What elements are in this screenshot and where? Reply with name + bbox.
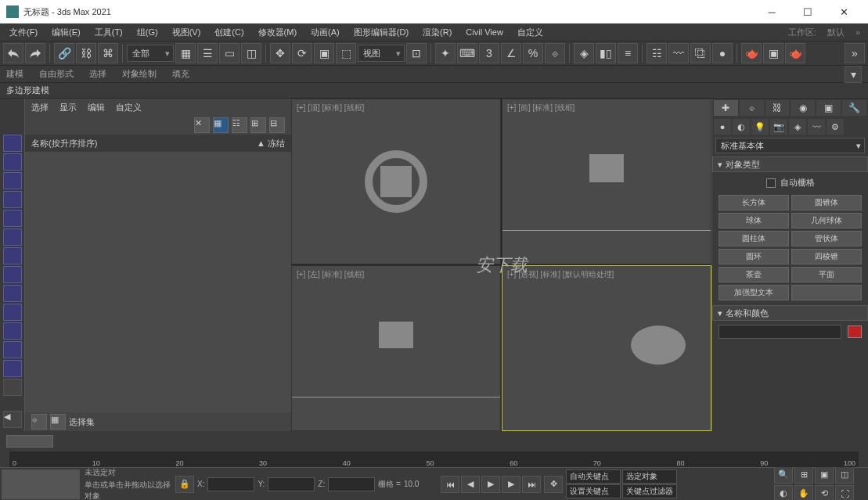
select-object-button[interactable]: ▦ — [175, 43, 196, 63]
torus-button[interactable]: 圆环 — [719, 249, 789, 264]
close-button[interactable]: ✕ — [826, 0, 862, 23]
primitive-dropdown[interactable]: 标准基本体 — [715, 138, 865, 153]
coord-system[interactable]: 视图 — [358, 45, 405, 62]
box-button[interactable]: 长方体 — [719, 195, 789, 210]
left-tool-8[interactable] — [3, 266, 22, 283]
maxscript-mini[interactable] — [2, 469, 80, 499]
use-center-button[interactable]: ⊡ — [406, 43, 427, 63]
workspace-selector[interactable]: 默认 — [823, 27, 849, 38]
left-tool-12[interactable] — [3, 341, 22, 358]
scene-tab-edit[interactable]: 编辑 — [88, 102, 105, 113]
menu-graph[interactable]: 图形编辑器(D) — [348, 25, 415, 40]
y-coord-input[interactable] — [268, 477, 315, 491]
scene-bottom-tool-1[interactable]: ⟐ — [31, 414, 47, 430]
display-tab[interactable]: ▣ — [816, 100, 841, 116]
next-frame-button[interactable]: ▶ — [502, 476, 520, 493]
x-coord-input[interactable] — [207, 477, 254, 491]
left-tool-6[interactable] — [3, 228, 22, 246]
ribbon-toggle-icon[interactable]: ▾ — [845, 66, 862, 83]
menu-modifiers[interactable]: 修改器(M) — [252, 25, 304, 40]
menu-custom[interactable]: 自定义 — [511, 25, 549, 40]
geosphere-button[interactable]: 几何球体 — [791, 213, 862, 228]
window-crossing-button[interactable]: ◫ — [241, 43, 261, 63]
scene-tab-select[interactable]: 选择 — [31, 102, 49, 113]
left-tool-2[interactable] — [3, 153, 22, 171]
left-tool-1[interactable] — [3, 135, 22, 152]
scene-tool-4[interactable]: ⊞ — [250, 117, 266, 133]
unlink-button[interactable]: ⛓ — [76, 43, 96, 63]
sphere-button[interactable]: 球体 — [719, 213, 789, 228]
scene-tool-2[interactable]: ▦ — [213, 117, 229, 133]
scale-button[interactable]: ▣ — [314, 43, 334, 63]
motion-tab[interactable]: ◉ — [791, 100, 815, 116]
menu-group[interactable]: 组(G) — [131, 25, 164, 40]
ribbon-tab-freeform[interactable]: 自由形式 — [39, 68, 74, 80]
viewport-front-label[interactable]: [+] [前] [标准] [线框] — [507, 103, 574, 113]
bind-button[interactable]: ⌘ — [98, 43, 118, 63]
scene-tool-3[interactable]: ☷ — [232, 117, 247, 133]
cameras-icon[interactable]: 📷 — [770, 119, 787, 135]
menu-file[interactable]: 文件(F) — [3, 25, 44, 40]
menu-overflow-icon[interactable]: » — [851, 27, 865, 37]
snap-toggle-button[interactable]: 3 — [479, 43, 499, 63]
curve-editor-button[interactable]: 〰 — [668, 43, 689, 63]
fov-button[interactable]: ◐ — [774, 485, 793, 501]
selection-filter[interactable]: 全部 — [127, 45, 174, 62]
goto-start-button[interactable]: ⏮ — [441, 476, 459, 493]
hierarchy-tab[interactable]: ⛓ — [765, 100, 790, 116]
menu-civil[interactable]: Civil View — [459, 26, 509, 38]
rollout-object-type[interactable]: 对象类型 — [712, 156, 868, 172]
ribbon-tab-populate[interactable]: 填充 — [172, 68, 189, 80]
helpers-icon[interactable]: ◈ — [789, 119, 806, 135]
cylinder-button[interactable]: 圆柱体 — [719, 231, 789, 246]
scene-tab-display[interactable]: 显示 — [59, 102, 77, 113]
manipulate-button[interactable]: ✦ — [435, 43, 456, 63]
layer-button[interactable]: ☷ — [646, 43, 667, 63]
viewport-left[interactable]: [+] [左] [标准] [线框] — [291, 265, 501, 431]
create-tab[interactable]: ✚ — [714, 100, 738, 116]
left-tool-collapse[interactable]: ◀ — [3, 411, 22, 428]
keyboard-button[interactable]: ⌨ — [457, 43, 477, 63]
utilities-tab[interactable]: 🔧 — [842, 100, 866, 116]
scene-bottom-tool-2[interactable]: ▦ — [50, 414, 66, 430]
angle-snap-button[interactable]: ∠ — [501, 43, 521, 63]
cone-button[interactable]: 圆锥体 — [791, 195, 862, 210]
minimize-button[interactable]: ─ — [754, 0, 790, 23]
systems-icon[interactable]: ⚙ — [827, 119, 844, 135]
autokey-button[interactable]: 自动关键点 — [566, 469, 621, 484]
spinner-snap-button[interactable]: ⟐ — [545, 43, 565, 63]
tube-button[interactable]: 管状体 — [791, 231, 862, 246]
rotate-button[interactable]: ⟳ — [292, 43, 312, 63]
ribbon-tab-selection[interactable]: 选择 — [89, 68, 106, 80]
viewport-front[interactable]: [+] [前] [标准] [线框] — [502, 99, 711, 264]
left-tool-4[interactable] — [3, 191, 22, 208]
ribbon-tab-paint[interactable]: 对象绘制 — [122, 68, 157, 80]
lock-selection-icon[interactable]: 🔒 — [175, 476, 194, 493]
align-button[interactable]: ≡ — [618, 43, 638, 63]
textplus-button[interactable]: 加强型文本 — [719, 285, 789, 300]
orbit-button[interactable]: ⟲ — [815, 485, 834, 501]
render-button[interactable]: 🫖 — [785, 43, 805, 63]
zoom-extents-button[interactable]: ▣ — [815, 466, 834, 484]
color-swatch[interactable] — [848, 326, 862, 338]
isolate-button[interactable]: ✥ — [544, 476, 563, 493]
setkey-button[interactable]: 设置关键点 — [566, 484, 621, 498]
keyfilter-button[interactable]: 关键点过滤器 — [622, 484, 677, 498]
menu-edit[interactable]: 编辑(E) — [45, 25, 87, 40]
schematic-button[interactable]: ⿻ — [690, 43, 711, 63]
select-region-button[interactable]: ▭ — [219, 43, 240, 63]
undo-button[interactable] — [3, 43, 23, 63]
scene-tool-5[interactable]: ⊟ — [269, 117, 285, 133]
time-slider-handle[interactable] — [6, 435, 53, 448]
link-button[interactable]: 🔗 — [54, 43, 74, 63]
left-tool-9[interactable] — [3, 285, 22, 302]
time-ruler[interactable]: 0 10 20 30 40 50 60 70 80 90 100 — [9, 451, 859, 467]
shapes-icon[interactable]: ◐ — [733, 119, 750, 135]
render-setup-button[interactable]: 🫖 — [741, 43, 762, 63]
viewport-top-label[interactable]: [+] [顶] [标准] [线框] — [297, 103, 364, 113]
left-tool-5[interactable] — [3, 210, 22, 227]
left-tool-11[interactable] — [3, 322, 22, 340]
object-name-input[interactable] — [719, 325, 841, 339]
left-tool-14[interactable] — [3, 379, 22, 396]
plane-button[interactable]: 平面 — [791, 267, 862, 282]
